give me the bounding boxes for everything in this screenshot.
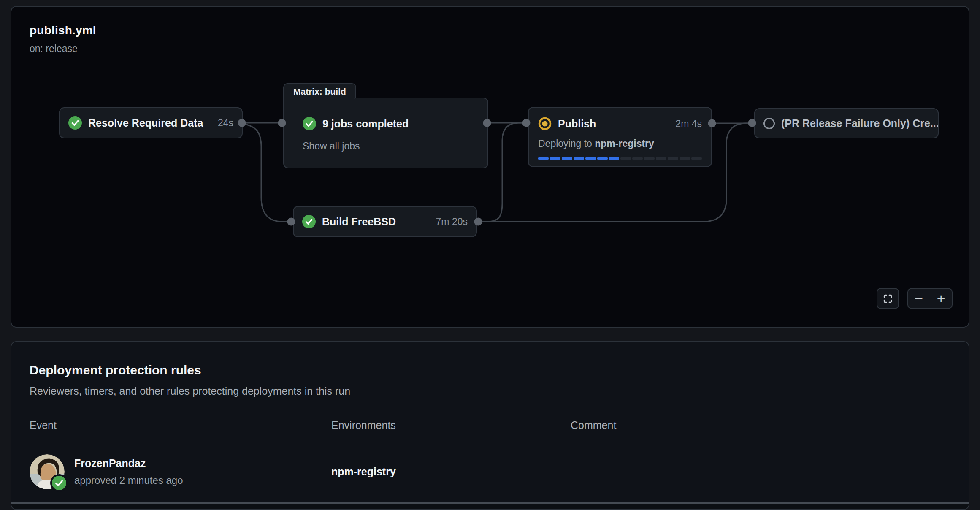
success-check-icon xyxy=(303,117,316,130)
success-check-icon xyxy=(302,215,316,228)
event-cell: FrozenPandaz approved 2 minutes ago xyxy=(30,454,331,489)
rules-title: Deployment protection rules xyxy=(30,363,969,377)
in-progress-icon xyxy=(538,117,552,130)
workflow-trigger: on: release xyxy=(30,43,96,54)
show-all-jobs-link[interactable]: Show all jobs xyxy=(303,141,477,152)
rules-subtitle: Reviewers, timers, and other rules prote… xyxy=(30,385,969,397)
progress-segment xyxy=(620,157,631,160)
workflow-graph-panel[interactable]: publish.yml on: release Resolve Required… xyxy=(11,6,969,328)
job-label: Publish xyxy=(558,118,596,130)
progress-segment xyxy=(656,157,666,160)
deploy-target: npm-registry xyxy=(595,138,654,149)
zoom-control-group: − + xyxy=(907,288,953,309)
panel-bottom-area xyxy=(11,504,969,509)
fullscreen-button[interactable] xyxy=(877,288,899,309)
matrix-group-tab: Matrix: build xyxy=(283,83,356,99)
job-duration: 24s xyxy=(218,117,233,129)
workflow-header: publish.yml on: release xyxy=(30,24,96,54)
workflow-file-name: publish.yml xyxy=(30,24,96,37)
environment-cell: npm-registry xyxy=(331,466,571,478)
job-label: Resolve Required Data xyxy=(88,117,203,129)
deploy-prefix: Deploying to xyxy=(538,138,592,149)
workflow-edges xyxy=(11,7,970,328)
approver-name: FrozenPandaz xyxy=(74,457,183,469)
job-node-publish[interactable]: Publish 2m 4s Deploying to npm-registry xyxy=(528,107,712,167)
progress-segment xyxy=(597,157,608,160)
approval-table-row: FrozenPandaz approved 2 minutes ago npm-… xyxy=(11,442,969,500)
progress-segment xyxy=(609,157,620,160)
pending-circle-icon xyxy=(763,118,775,129)
avatar-wrap xyxy=(30,454,65,489)
progress-segment xyxy=(668,157,678,160)
approved-badge xyxy=(50,474,68,492)
progress-segment xyxy=(691,157,702,160)
deployment-protection-rules-panel: Deployment protection rules Reviewers, t… xyxy=(11,341,969,510)
job-label: (PR Release Failure Only) Cre... xyxy=(781,117,939,130)
progress-segment xyxy=(550,157,560,160)
progress-segment xyxy=(585,157,596,160)
zoom-in-button[interactable]: + xyxy=(930,289,952,308)
approval-status-text: approved 2 minutes ago xyxy=(74,475,183,486)
job-node-resolve-required-data[interactable]: Resolve Required Data 24s xyxy=(59,107,243,138)
job-duration: 7m 20s xyxy=(436,216,468,228)
job-label: Build FreeBSD xyxy=(322,216,396,228)
column-header-event: Event xyxy=(30,419,331,431)
approver-info: FrozenPandaz approved 2 minutes ago xyxy=(74,457,183,486)
progress-segment xyxy=(680,157,690,160)
matrix-jobs-summary: 9 jobs completed xyxy=(322,118,409,130)
progress-segment xyxy=(538,157,549,160)
progress-segment xyxy=(562,157,572,160)
approved-check-icon xyxy=(52,476,66,490)
progress-segment xyxy=(574,157,584,160)
success-check-icon xyxy=(68,116,82,130)
job-duration: 2m 4s xyxy=(675,118,702,130)
progress-segment xyxy=(644,157,655,160)
fullscreen-icon xyxy=(882,293,893,304)
job-node-build-freebsd[interactable]: Build FreeBSD 7m 20s xyxy=(293,206,477,237)
column-header-comment: Comment xyxy=(571,419,969,431)
rules-header: Deployment protection rules Reviewers, t… xyxy=(11,342,969,397)
zoom-out-button[interactable]: − xyxy=(908,289,930,308)
rules-table-header: Event Environments Comment xyxy=(11,419,969,431)
column-header-environments: Environments xyxy=(331,419,571,431)
job-node-matrix-build[interactable]: 9 jobs completed Show all jobs xyxy=(283,98,488,168)
deploy-status-text: Deploying to npm-registry xyxy=(538,138,702,149)
job-node-pr-release-failure[interactable]: (PR Release Failure Only) Cre... xyxy=(754,108,939,138)
deploy-progress xyxy=(538,157,702,160)
progress-segment xyxy=(632,157,643,160)
